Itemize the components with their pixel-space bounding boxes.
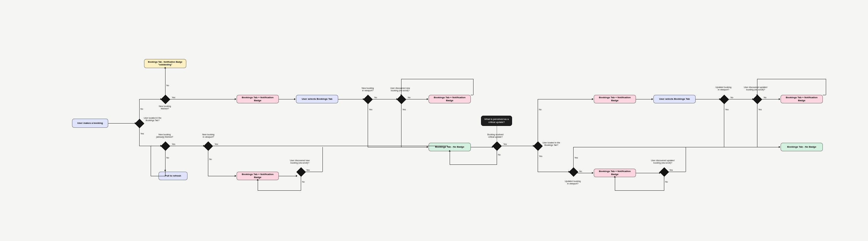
decision-critical-update — [492, 141, 501, 151]
yn-d9-yes: Yes — [539, 155, 542, 158]
label-d6: User discovered new booking (via scroll)… — [390, 87, 410, 92]
yn-d9-no: No — [539, 108, 541, 111]
yn-d10-yes: Yes — [575, 157, 578, 159]
yn-d7-no: No — [302, 181, 305, 183]
node-notif-badge-a: Bookings Tab + Notification Badge — [237, 95, 279, 103]
decision-viewport-lower-2 — [569, 167, 578, 176]
yn-d12-no: No — [764, 96, 767, 99]
label-d13: User discovered updated booking (via scr… — [651, 159, 675, 165]
yn-d8-no: No — [498, 153, 501, 156]
yn-d2-no: No — [166, 84, 169, 87]
label-d1: User located in the Bookings Tab? — [144, 117, 161, 122]
decision-user-located — [135, 119, 144, 128]
decision-discovered-lower-2 — [659, 167, 669, 176]
yn-d1-yes: Yes — [141, 133, 144, 135]
label-d2: New booking fetched? — [159, 105, 171, 110]
node-start: User makes a booking — [72, 119, 108, 128]
yn-d4l-yes: Yes — [215, 143, 218, 145]
yn-d13-yes: Yes — [670, 169, 673, 171]
node-user-selects-b: User selects Bookings Tab — [653, 95, 695, 103]
decision-discovered-upper — [397, 95, 406, 104]
decision-discovered-upper-2 — [752, 95, 762, 104]
label-d7: User discovered new booking (via scroll)… — [290, 159, 310, 165]
yn-d11-yes: Yes — [725, 108, 728, 111]
yn-d4l-no: No — [209, 158, 212, 161]
flowchart-canvas: User makes a booking Bookings Tab - Noti… — [0, 0, 868, 241]
yn-d10-no: No — [579, 170, 582, 173]
label-d12: User discovered updated booking (via scr… — [744, 86, 767, 91]
decision-discovered-lower — [296, 167, 306, 176]
yn-d3-yes: Yes — [172, 143, 175, 145]
yn-d6-yes: Yes — [402, 108, 406, 111]
yn-d8-yes: Yes — [503, 143, 507, 145]
label-d10: Updated booking in viewport? — [565, 180, 581, 185]
yn-d7-yes: Yes — [306, 169, 310, 171]
yn-d12-yes: Yes — [758, 108, 762, 111]
yn-d3-no: No — [166, 157, 169, 159]
decision-new-fetched — [161, 95, 170, 104]
yn-d6-no: No — [408, 96, 410, 99]
decision-already-fetched — [161, 141, 170, 151]
node-critical-note: What is perceived as a critical update? — [481, 116, 512, 126]
yn-d5-yes: Yes — [369, 108, 372, 111]
label-d8: Booking received critical update? — [487, 133, 504, 139]
node-user-selects-a: User selects Bookings Tab — [296, 95, 338, 103]
decision-viewport-upper — [363, 95, 373, 104]
label-d11: Updated booking in viewport? — [715, 86, 732, 91]
label-d9: User located in the Bookings Tab? — [542, 142, 560, 147]
node-notif-badge-f: Bookings Tab + Notification Badge — [781, 95, 823, 103]
decision-viewport-lower — [204, 141, 213, 151]
label-d5: New booking in viewport? — [362, 87, 374, 92]
yn-d2-yes: Yes — [172, 96, 175, 99]
yn-d11-no: No — [731, 96, 733, 99]
decision-viewport-upper-2 — [719, 95, 729, 104]
node-notif-badge-d: Bookings Tab + Notification Badge — [594, 95, 636, 103]
yn-d1-no: No — [141, 108, 143, 110]
yn-d5-no: No — [374, 96, 377, 99]
decision-user-located-2 — [533, 141, 542, 151]
yn-d13-no: No — [665, 181, 668, 183]
label-d4: New booking in viewport? — [202, 133, 214, 139]
node-no-badge-b: Bookings Tab - No Badge — [781, 143, 823, 151]
label-d3: New booking (already) fetched? — [156, 133, 173, 139]
node-notif-badge-c: Bookings Tab + Notification Badge — [429, 95, 471, 103]
